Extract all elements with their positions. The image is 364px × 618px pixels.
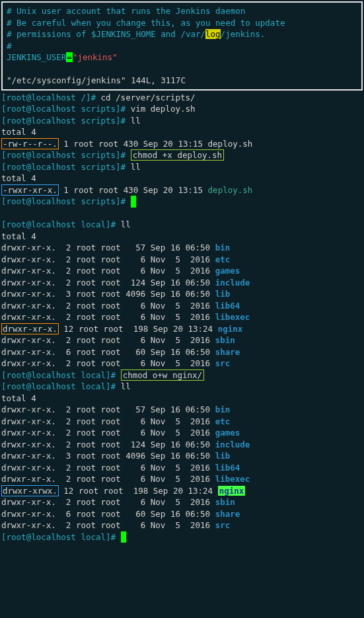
list-row: drwxr-xrwx. 12 root root 198 Sep 20 13:2… bbox=[1, 485, 363, 497]
vim-editor-panel: # Unix user account that runs the Jenkin… bbox=[1, 1, 363, 91]
dir-name: libexec bbox=[215, 312, 250, 322]
permission-col: drwxr-xr-x. bbox=[1, 509, 56, 519]
permissions-before: -rw-r--r--. bbox=[1, 138, 59, 149]
cursor-icon bbox=[131, 196, 136, 208]
dir-name: share bbox=[215, 347, 240, 357]
list-row: drwxr-xr-x. 2 root root 57 Sep 16 06:50 … bbox=[1, 242, 363, 254]
dir-name: nginx bbox=[218, 324, 243, 334]
list-row: drwxr-xr-x. 2 root root 57 Sep 16 06:50 … bbox=[1, 404, 363, 416]
permission-col: drwxr-xr-x. bbox=[1, 243, 56, 252]
comment-line: # bbox=[7, 40, 357, 52]
list-row: drwxr-xr-x. 2 root root 6 Nov 5 2016 sbi… bbox=[1, 496, 363, 508]
list-row: drwxr-xr-x. 2 root root 6 Nov 5 2016 gam… bbox=[1, 427, 363, 439]
permission-col: drwxr-xr-x. bbox=[1, 451, 56, 461]
permission-col: drwxr-xr-x. bbox=[1, 440, 56, 449]
permission-col: drwxr-xr-x. bbox=[1, 301, 56, 311]
dir-name: lib64 bbox=[215, 301, 240, 311]
permission-col: drwxr-xr-x. bbox=[1, 520, 56, 530]
comment-line: # Unix user account that runs the Jenkin… bbox=[7, 5, 357, 17]
permission-col: drwxr-xr-x. bbox=[1, 358, 56, 368]
comment-line: # permissions of $JENKINS_HOME and /var/… bbox=[7, 28, 357, 40]
dir-name: include bbox=[215, 278, 250, 288]
dir-name: etc bbox=[215, 416, 231, 426]
permission-col: drwxr-xr-x. bbox=[1, 405, 56, 414]
list-row: drwxr-xr-x. 2 root root 6 Nov 5 2016 etc bbox=[1, 416, 363, 428]
list-row: drwxr-xr-x. 6 root root 60 Sep 16 06:50 … bbox=[1, 508, 363, 520]
permissions-after: -rwxr-xr-x. bbox=[1, 184, 59, 196]
dir-name: games bbox=[215, 428, 240, 438]
dir-name: sbin bbox=[215, 335, 235, 345]
dir-name: src bbox=[215, 358, 231, 368]
list-row: drwxr-xr-x. 2 root root 124 Sep 16 06:50… bbox=[1, 277, 363, 289]
list-row: drwxr-xr-x. 2 root root 6 Nov 5 2016 sbi… bbox=[1, 334, 363, 346]
dir-name: include bbox=[215, 440, 250, 449]
permission-col: drwxr-xrwx. bbox=[1, 485, 59, 496]
permission-col: drwxr-xr-x. bbox=[1, 323, 59, 334]
permission-col: drwxr-xr-x. bbox=[1, 335, 56, 345]
permission-col: drwxr-xr-x. bbox=[1, 312, 56, 322]
list-row: drwxr-xr-x. 2 root root 6 Nov 5 2016 lib… bbox=[1, 473, 363, 485]
search-highlight: log bbox=[205, 29, 221, 39]
list-row: drwxr-xr-x. 2 root root 6 Nov 5 2016 etc bbox=[1, 254, 363, 266]
list-row: drwxr-xr-x. 2 root root 6 Nov 5 2016 src bbox=[1, 358, 363, 369]
list-row: drwxr-xr-x. 3 root root 4096 Sep 16 06:5… bbox=[1, 450, 363, 462]
dir-name: sbin bbox=[215, 497, 235, 507]
terminal-output[interactable]: [root@localhost /]# cd /server/scripts/ … bbox=[1, 92, 363, 543]
config-line: JENKINS_USER="jenkins" bbox=[7, 52, 357, 63]
list-row: drwxr-xr-x. 2 root root 6 Nov 5 2016 lib… bbox=[1, 300, 363, 312]
chmod-command: chmod +x deploy.sh bbox=[131, 149, 224, 161]
list-row: drwxr-xr-x. 12 root root 198 Sep 20 13:2… bbox=[1, 323, 363, 335]
permission-col: drwxr-xr-x. bbox=[1, 289, 56, 299]
dir-name: lib bbox=[215, 289, 231, 299]
cursor-position: = bbox=[66, 52, 73, 62]
list-row: drwxr-xr-x. 2 root root 6 Nov 5 2016 lib… bbox=[1, 311, 363, 323]
dir-name: lib64 bbox=[215, 463, 240, 473]
dir-name: lib bbox=[215, 451, 231, 461]
permission-col: drwxr-xr-x. bbox=[1, 278, 56, 288]
permission-col: drwxr-xr-x. bbox=[1, 463, 56, 473]
permission-col: drwxr-xr-x. bbox=[1, 497, 56, 507]
list-row: drwxr-xr-x. 3 root root 4096 Sep 16 06:5… bbox=[1, 288, 363, 300]
chmod-command: chmod o+w nginx/ bbox=[121, 369, 204, 381]
dir-name: nginx bbox=[218, 486, 246, 496]
dir-name: bin bbox=[215, 243, 231, 252]
permission-col: drwxr-xr-x. bbox=[1, 428, 56, 438]
list-row: drwxr-xr-x. 2 root root 6 Nov 5 2016 gam… bbox=[1, 265, 363, 277]
list-row: drwxr-xr-x. 6 root root 60 Sep 16 06:50 … bbox=[1, 346, 363, 358]
dir-name: bin bbox=[215, 405, 231, 414]
dir-name: src bbox=[215, 520, 231, 530]
dir-name: libexec bbox=[215, 474, 250, 484]
list-row: drwxr-xr-x. 2 root root 124 Sep 16 06:50… bbox=[1, 439, 363, 451]
list-row: drwxr-xr-x. 2 root root 6 Nov 5 2016 src bbox=[1, 520, 363, 531]
permission-col: drwxr-xr-x. bbox=[1, 474, 56, 484]
cursor-icon bbox=[121, 531, 126, 543]
dir-name: etc bbox=[215, 254, 231, 264]
dir-name: games bbox=[215, 266, 240, 276]
list-row: drwxr-xr-x. 2 root root 6 Nov 5 2016 lib… bbox=[1, 462, 363, 474]
permission-col: drwxr-xr-x. bbox=[1, 266, 56, 276]
permission-col: drwxr-xr-x. bbox=[1, 416, 56, 426]
permission-col: drwxr-xr-x. bbox=[1, 254, 56, 264]
permission-col: drwxr-xr-x. bbox=[1, 347, 56, 357]
comment-line: # Be careful when you change this, as yo… bbox=[7, 17, 357, 29]
dir-name: share bbox=[215, 509, 240, 519]
vim-status-line: "/etc/sysconfig/jenkins" 144L, 3117C bbox=[7, 75, 357, 87]
